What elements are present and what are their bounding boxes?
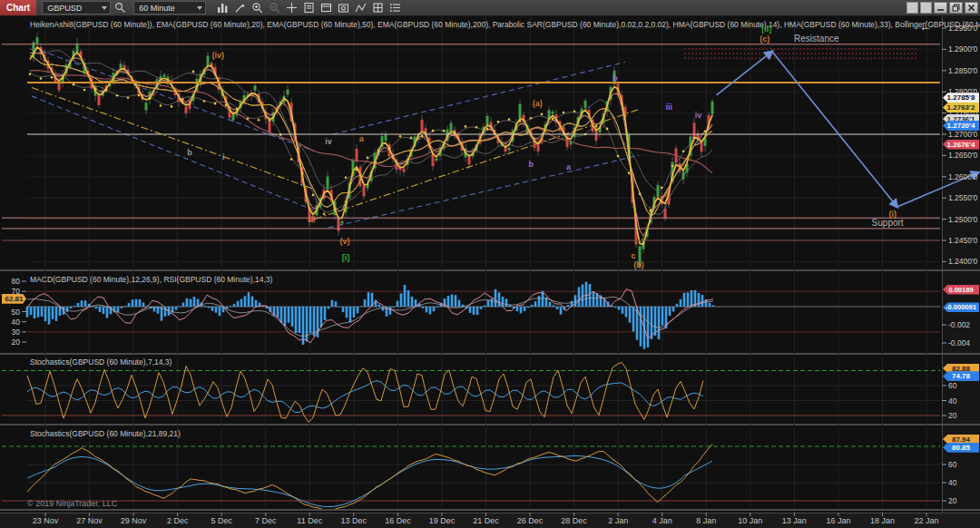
date-label: 16 Jan (817, 516, 860, 525)
wave-label-b: b (187, 148, 192, 157)
wave-label-i: i (222, 152, 225, 161)
wave-label-iii: iii (665, 103, 672, 112)
wave-label-(c): (c) (760, 34, 769, 44)
chevron-down-icon (197, 6, 202, 10)
stoch-slow-panel-surface[interactable] (25, 425, 940, 509)
date-label: 11 Dec (288, 516, 331, 525)
drawing-tools-icon[interactable] (232, 1, 248, 15)
interval-select[interactable]: 60 Minute (133, 1, 206, 15)
date-label: 2 Dec (156, 516, 200, 525)
date-label: 18 Jan (860, 516, 904, 525)
date-label: 2 Jan (596, 516, 640, 525)
date-label: 21 Dec (465, 516, 508, 525)
wave-label-iii: iii (309, 215, 316, 224)
wave-label-(iv): (iv) (212, 51, 225, 60)
tab-chart[interactable]: Chart (0, 0, 36, 15)
left-arrow-icon[interactable]: ← (919, 19, 932, 34)
trend-line-icon[interactable] (353, 1, 368, 15)
wave-label-a: a (664, 190, 669, 199)
wave-label-c: c (631, 251, 635, 260)
wave-label-b: b (529, 160, 534, 169)
date-label: 26 Dec (508, 516, 552, 525)
date-label: 5 Dec (200, 516, 243, 525)
interval-link-square[interactable] (920, 2, 932, 14)
date-label: 8 Jan (684, 516, 728, 525)
toolbar: Chart GBPUSD 60 Minute (0, 0, 980, 16)
date-label: 10 Jan (729, 516, 772, 525)
price-tag-1.2720'4: 1.2720'4 (943, 121, 979, 131)
window-controls (906, 2, 978, 14)
date-label: 28 Dec (553, 516, 596, 525)
wave-label-[i]: [i] (342, 253, 350, 262)
chevron-down-icon (102, 6, 107, 10)
close-button[interactable] (965, 2, 978, 14)
date-label: 16 Dec (376, 516, 419, 525)
macd-rsi-panel-surface[interactable] (25, 271, 940, 353)
snapshot-icon[interactable] (336, 1, 351, 15)
date-label: 7 Dec (244, 516, 288, 525)
date-label: 27 Nov (68, 516, 112, 525)
instrument-select[interactable]: GBPUSD (42, 1, 111, 15)
date-label: 29 Nov (112, 516, 155, 525)
wave-label-(v): (v) (340, 237, 350, 246)
stoch-value-tag: 74.78 (943, 371, 979, 381)
price-tag-1.2785'8: 1.2785'8 (943, 93, 979, 103)
indicators-icon[interactable] (387, 1, 403, 15)
stoch-fast-panel-surface[interactable] (25, 355, 940, 424)
date-label: 4 Jan (641, 516, 684, 525)
wave-label-iv: iv (325, 137, 332, 146)
macd-value-tag: -0.000091 (943, 302, 979, 312)
date-label: 13 Dec (332, 516, 376, 525)
instrument-link-square[interactable] (906, 2, 918, 14)
zoom-in-icon[interactable] (250, 1, 265, 15)
chart-style-icon[interactable] (215, 1, 230, 15)
wave-label-iv: iv (695, 111, 702, 120)
tab-chart-label: Chart (6, 3, 30, 13)
price-panel-surface[interactable] (25, 16, 940, 269)
wave-label-[ii]: [ii] (761, 24, 771, 34)
date-label: 13 Jan (772, 516, 816, 525)
restore-button[interactable] (949, 2, 963, 14)
search-icon[interactable] (113, 1, 128, 15)
zoom-out-icon[interactable] (267, 1, 282, 15)
date-label: 22 Jan (905, 516, 948, 525)
rsi-value-tag: 62.81 (2, 294, 26, 304)
crosshair-icon[interactable] (284, 1, 299, 15)
ninjatrader-chart-window: Chart GBPUSD 60 Minute HeikenAshi8(GBPUS… (0, 0, 980, 528)
wave-label-(a): (a) (533, 99, 543, 108)
interval-value: 60 Minute (139, 4, 175, 13)
wave-label-(b): (b) (633, 260, 644, 269)
minimize-button[interactable] (934, 2, 947, 14)
data-box-icon[interactable] (301, 1, 317, 15)
instrument-value: GBPUSD (47, 4, 82, 13)
stoch-value-tag: 80.85 (943, 443, 979, 453)
macd-value-tag: 0.00189 (943, 285, 979, 295)
date-label: 19 Dec (420, 516, 464, 525)
price-tag-1.2763'2: 1.2763'2 (943, 103, 979, 112)
wave-label-a: a (566, 162, 571, 171)
price-tag-1.2676'4: 1.2676'4 (943, 140, 979, 150)
chart-trader-icon[interactable] (318, 1, 334, 15)
wave-label-(i): (i) (888, 210, 897, 219)
wave-label-b: b (612, 73, 618, 83)
wave-label-a: a (359, 134, 364, 143)
grid-icon[interactable] (370, 1, 386, 15)
date-label: 23 Nov (24, 516, 67, 525)
